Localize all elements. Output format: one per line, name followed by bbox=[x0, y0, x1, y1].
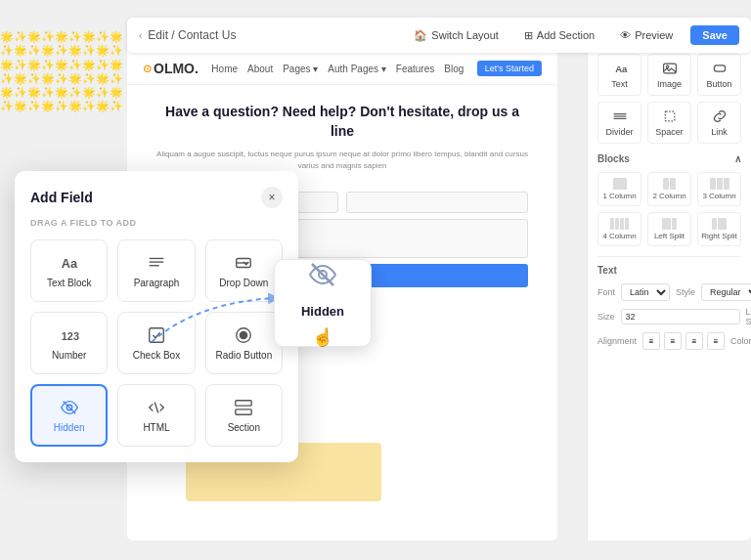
add-section-icon: ⊞ bbox=[524, 29, 533, 42]
block-3col[interactable]: 3 Column bbox=[697, 172, 741, 206]
top-bar-actions: 🏠 Switch Layout ⊞ Add Section 👁 Preview … bbox=[406, 25, 739, 46]
hero-section: Have a question? Need help? Don't hesita… bbox=[127, 85, 557, 182]
back-chevron-icon: ‹ bbox=[139, 30, 142, 41]
field-item-paragraph[interactable]: Paragraph bbox=[117, 239, 195, 302]
field-hidden-label: Hidden bbox=[54, 422, 85, 433]
field-item-number[interactable]: 123 Number bbox=[30, 312, 108, 374]
content-item-image[interactable]: Image bbox=[647, 54, 691, 96]
svg-text:Aa: Aa bbox=[615, 64, 628, 74]
align-right-button[interactable]: ≡ bbox=[685, 332, 703, 350]
block-left-split[interactable]: Left Split bbox=[647, 212, 691, 246]
breadcrumb-area: ‹ Edit / Contact Us bbox=[139, 28, 236, 42]
content-item-divider[interactable]: Divider bbox=[597, 102, 641, 144]
font-select[interactable]: Latin bbox=[621, 283, 670, 301]
text-options: Font Latin Style Regular Size Line Spaci… bbox=[597, 283, 741, 350]
svg-rect-7 bbox=[665, 111, 675, 121]
content-item-spacer-label: Spacer bbox=[655, 127, 684, 137]
form-field-email[interactable] bbox=[346, 192, 528, 213]
blocks-section-title: Blocks ∧ bbox=[597, 153, 741, 164]
align-center-button[interactable]: ≡ bbox=[664, 332, 682, 350]
preview-button[interactable]: 👁 Preview bbox=[612, 25, 681, 45]
align-justify-button[interactable]: ≡ bbox=[707, 332, 725, 350]
cursor-icon: ☝ bbox=[312, 326, 333, 348]
paragraph-icon bbox=[147, 253, 166, 273]
content-item-divider-label: Divider bbox=[605, 127, 633, 137]
hidden-field-icon bbox=[60, 398, 79, 417]
text-icon: Aa bbox=[612, 61, 628, 76]
content-item-link[interactable]: Link bbox=[697, 102, 741, 144]
block-1col[interactable]: 1 Column bbox=[597, 172, 641, 206]
svg-rect-1 bbox=[663, 64, 676, 73]
field-section-label: Section bbox=[228, 422, 260, 433]
field-number-label: Number bbox=[52, 350, 87, 361]
field-grid: Aa Text Block Paragraph Drop Down bbox=[30, 239, 283, 447]
content-item-link-label: Link bbox=[711, 127, 728, 137]
number-icon: 123 bbox=[60, 325, 79, 345]
svg-line-24 bbox=[312, 264, 333, 285]
hero-heading: Have a question? Need help? Don't hesita… bbox=[156, 103, 528, 141]
add-section-label: Add Section bbox=[537, 29, 595, 41]
modal-close-button[interactable]: × bbox=[261, 187, 283, 208]
button-icon bbox=[712, 61, 728, 76]
block-4col[interactable]: 4 Column bbox=[597, 212, 641, 246]
svg-line-20 bbox=[155, 403, 158, 413]
svg-text:123: 123 bbox=[61, 330, 78, 342]
modal-title: Add Field bbox=[30, 190, 93, 205]
content-item-button[interactable]: Button bbox=[697, 54, 741, 96]
spacer-icon bbox=[662, 108, 678, 124]
image-icon bbox=[662, 61, 678, 76]
divider-icon bbox=[612, 108, 628, 124]
text-block-icon: Aa bbox=[60, 253, 79, 273]
save-button[interactable]: Save bbox=[690, 25, 739, 45]
home-icon: 🏠 bbox=[414, 29, 427, 42]
svg-rect-3 bbox=[714, 65, 725, 71]
field-item-text-block[interactable]: Aa Text Block bbox=[30, 239, 108, 302]
field-item-checkbox[interactable]: Check Box bbox=[117, 312, 195, 374]
field-item-html[interactable]: HTML bbox=[117, 384, 195, 447]
preview-label: Preview bbox=[635, 29, 673, 41]
field-item-dropdown[interactable]: Drop Down bbox=[205, 239, 283, 302]
hero-subtext: Aliquam a augue suscipit, luctus neque p… bbox=[156, 149, 528, 172]
field-checkbox-label: Check Box bbox=[133, 350, 180, 361]
switch-layout-label: Switch Layout bbox=[431, 29, 498, 41]
dropdown-icon bbox=[234, 253, 253, 273]
nav-links: Home About Pages ▾ Auth Pages ▾ Features… bbox=[211, 64, 464, 74]
field-item-hidden[interactable]: Hidden bbox=[30, 384, 108, 447]
field-radio-label: Radio Button bbox=[215, 350, 272, 361]
add-section-button[interactable]: ⊞ Add Section bbox=[516, 25, 602, 46]
align-left-button[interactable]: ≡ bbox=[642, 332, 660, 350]
field-item-radio[interactable]: Radio Button bbox=[205, 312, 283, 374]
field-text-block-label: Text Block bbox=[47, 278, 92, 288]
content-item-button-label: Button bbox=[706, 79, 731, 89]
breadcrumb-text: Edit / Contact Us bbox=[148, 28, 236, 42]
content-items-grid: Aa Text Image Button bbox=[597, 54, 741, 144]
size-input[interactable] bbox=[621, 309, 740, 324]
blocks-grid: 1 Column 2 Column 3 Column 4 Column Left… bbox=[597, 172, 741, 246]
top-bar: ‹ Edit / Contact Us 🏠 Switch Layout ⊞ Ad… bbox=[127, 18, 751, 53]
page-navbar: ⊙ OLMO. Home About Pages ▾ Auth Pages ▾ … bbox=[127, 53, 557, 85]
content-item-spacer[interactable]: Spacer bbox=[647, 102, 691, 144]
nav-cta-button[interactable]: Let's Started bbox=[477, 61, 542, 76]
svg-point-17 bbox=[241, 331, 247, 338]
style-select[interactable]: Regular bbox=[701, 283, 751, 301]
right-sidebar: Content ∧ Aa Text Image Button bbox=[587, 18, 751, 540]
block-2col[interactable]: 2 Column bbox=[647, 172, 691, 206]
svg-rect-21 bbox=[236, 401, 251, 406]
block-right-split[interactable]: Right Split bbox=[697, 212, 741, 246]
html-icon bbox=[147, 398, 166, 417]
svg-rect-22 bbox=[236, 409, 251, 414]
modal-subtitle: DRAG A FIELD TO ADD bbox=[30, 218, 283, 228]
blocks-collapse-icon[interactable]: ∧ bbox=[734, 153, 741, 164]
svg-rect-15 bbox=[150, 328, 164, 343]
modal-header: Add Field × bbox=[30, 187, 283, 208]
content-item-text[interactable]: Aa Text bbox=[597, 54, 641, 96]
text-section-title: Text bbox=[597, 265, 741, 276]
field-item-section[interactable]: Section bbox=[205, 384, 283, 447]
add-field-modal: Add Field × DRAG A FIELD TO ADD Aa Text … bbox=[15, 171, 298, 462]
content-item-image-label: Image bbox=[657, 79, 682, 89]
svg-text:Aa: Aa bbox=[61, 256, 77, 271]
field-paragraph-label: Paragraph bbox=[134, 278, 180, 288]
switch-layout-button[interactable]: 🏠 Switch Layout bbox=[406, 25, 506, 46]
section-icon bbox=[234, 398, 253, 417]
checkbox-icon bbox=[147, 325, 166, 345]
